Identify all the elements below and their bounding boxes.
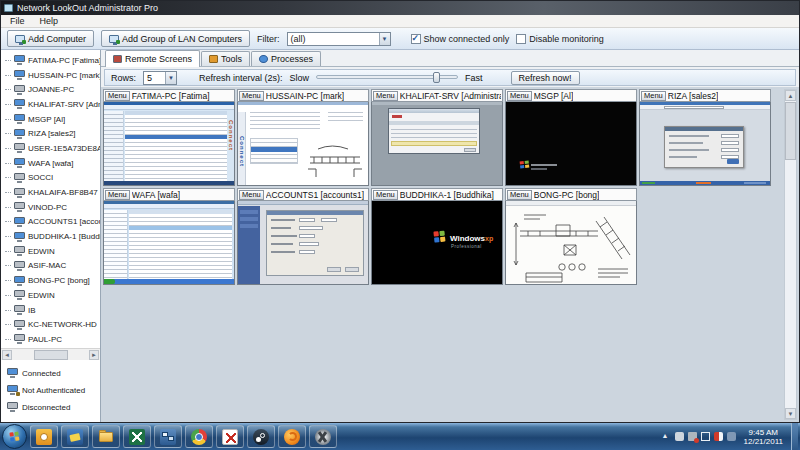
slider-handle[interactable] xyxy=(433,72,440,83)
rows-dropdown[interactable]: 5 ▼ xyxy=(143,71,177,85)
thumbnail-accounts1: Menu ACCOUNTS1 [accounts1] xyxy=(237,188,369,285)
remote-screen-wafa[interactable] xyxy=(103,201,235,285)
thumbnail-menu-button[interactable]: Menu xyxy=(507,190,532,200)
scroll-down-arrow-icon[interactable]: ▼ xyxy=(785,408,796,419)
input-art xyxy=(721,141,739,145)
scrollbar-thumb[interactable] xyxy=(34,350,68,360)
taskbar-clock[interactable]: 9:45 AM 12/21/2011 xyxy=(740,428,787,446)
chrome-icon[interactable] xyxy=(185,425,213,448)
table-header-art xyxy=(389,121,479,125)
refresh-interval-slider[interactable] xyxy=(316,72,458,83)
toolbar-art xyxy=(238,201,368,205)
thumbnail-menu-button[interactable]: Menu xyxy=(239,190,264,200)
thumbnail-menu-button[interactable]: Menu xyxy=(105,190,130,200)
rows-value: 5 xyxy=(147,73,152,83)
sidebar-item-edwin1[interactable]: EDWIN xyxy=(5,244,100,259)
thumbnail-menu-button[interactable]: Menu xyxy=(507,91,532,101)
sidebar-item-bong[interactable]: BONG-PC [bong] xyxy=(5,273,100,288)
thumbnail-title: BUDDHIKA-1 [Buddhika] xyxy=(400,190,494,200)
nav-item-art xyxy=(240,210,258,214)
thumbnail-menu-button[interactable]: Menu xyxy=(105,91,130,101)
sidebar-item-kcnetwork[interactable]: KC-NETWORK-HD xyxy=(5,317,100,332)
scroll-right-arrow-icon[interactable]: ► xyxy=(89,350,99,360)
explorer-folder-icon[interactable] xyxy=(92,425,120,448)
sidebar-item-ib[interactable]: IB xyxy=(5,303,100,318)
tab-remote-screens[interactable]: Remote Screens xyxy=(105,50,200,67)
adobe-reader-icon[interactable] xyxy=(216,425,244,448)
thumbnail-menu-button[interactable]: Menu xyxy=(641,91,666,101)
sidebar-horizontal-scrollbar[interactable]: ◄ ► xyxy=(1,348,100,360)
sidebar-item-asifmac[interactable]: ASIF-MAC xyxy=(5,259,100,274)
filter-dropdown[interactable]: (all) ▼ xyxy=(287,32,391,46)
network-error-icon[interactable] xyxy=(688,432,697,441)
thumbnail-menu-button[interactable]: Menu xyxy=(373,190,398,200)
thumbnail-title: HUSSAIN-PC [mark] xyxy=(266,91,344,101)
label-art xyxy=(669,135,709,137)
remote-screen-accounts1[interactable] xyxy=(237,201,369,285)
scroll-up-arrow-icon[interactable]: ▲ xyxy=(785,90,796,101)
label-art xyxy=(271,227,291,229)
sidebar-item-msgp[interactable]: MSGP [Al] xyxy=(5,112,100,127)
sidebar-item-accounts1[interactable]: ACCOUNTS1 [accounts1] xyxy=(5,215,100,230)
tab-processes[interactable]: Processes xyxy=(251,51,321,66)
refresh-now-button[interactable]: Refresh now! xyxy=(511,71,580,85)
remote-screen-buddhika[interactable]: Windowsxp Professional xyxy=(371,201,503,285)
input-art xyxy=(299,218,315,222)
remote-screen-khalifat[interactable] xyxy=(371,102,503,186)
remote-screen-riza[interactable] xyxy=(639,102,771,186)
thumbnail-menu-button[interactable]: Menu xyxy=(239,91,264,101)
sync-icon[interactable] xyxy=(727,432,736,441)
plug-icon[interactable] xyxy=(675,432,684,441)
sidebar-item-paul[interactable]: PAUL-PC xyxy=(5,332,100,347)
windows-flag-icon xyxy=(520,161,530,170)
outlook-icon[interactable] xyxy=(30,425,58,448)
remote-screen-hussain[interactable]: Connect xyxy=(237,102,369,186)
remote-screen-msgp[interactable] xyxy=(505,102,637,186)
sidebar-item-socci[interactable]: SOCCI xyxy=(5,171,100,186)
clock-time: 9:45 AM xyxy=(744,428,783,437)
thumbnail-header: Menu RIZA [sales2] xyxy=(639,89,771,102)
sidebar-item-khalifat[interactable]: KHALIFAT-SRV [Administrator] xyxy=(5,97,100,112)
sidebar-item-khalaifa[interactable]: KHALAIFA-BF8B47 xyxy=(5,185,100,200)
disconnected-icon xyxy=(7,402,18,412)
remote-screen-fatima[interactable]: Connect xyxy=(103,102,235,186)
steam-icon[interactable] xyxy=(247,425,275,448)
form-dialog-art xyxy=(266,210,364,276)
firefox-icon[interactable] xyxy=(278,425,306,448)
window-icon[interactable] xyxy=(701,432,710,441)
tab-tools[interactable]: Tools xyxy=(201,51,250,66)
nav-panel-art xyxy=(238,206,260,284)
scroll-left-arrow-icon[interactable]: ◄ xyxy=(2,350,12,360)
sidebar-item-riza[interactable]: RIZA [sales2] xyxy=(5,126,100,141)
sidebar-item-buddhika[interactable]: BUDDHIKA-1 [Buddhika] xyxy=(5,229,100,244)
sidebar-item-edwin2[interactable]: EDWIN xyxy=(5,288,100,303)
menu-file[interactable]: File xyxy=(10,16,25,26)
sidebar-item-hussain[interactable]: HUSSAIN-PC [mark] xyxy=(5,68,100,83)
dialog-titlebar-art xyxy=(665,127,743,131)
disable-monitoring-checkbox[interactable] xyxy=(516,34,526,44)
remote-screen-bong[interactable] xyxy=(505,201,637,285)
start-button[interactable] xyxy=(2,424,27,449)
thumbnail-menu-button[interactable]: Menu xyxy=(373,91,398,101)
grid-vertical-scrollbar[interactable]: ▲ ▼ xyxy=(784,89,797,420)
show-connected-checkbox-row[interactable]: Show connected only xyxy=(411,34,510,44)
photo-viewer-icon[interactable] xyxy=(61,425,89,448)
add-group-button[interactable]: Add Group of LAN Computers xyxy=(101,30,250,47)
disable-monitoring-checkbox-row[interactable]: Disable monitoring xyxy=(516,34,604,44)
sidebar-item-wafa[interactable]: WAFA [wafa] xyxy=(5,156,100,171)
remote-viewer-icon[interactable] xyxy=(154,425,182,448)
sidebar-item-user[interactable]: USER-1E5A73DE8A xyxy=(5,141,100,156)
sidebar-item-joanne[interactable]: JOANNE-PC xyxy=(5,82,100,97)
menu-help[interactable]: Help xyxy=(40,16,59,26)
excel-icon[interactable] xyxy=(123,425,151,448)
selected-row-art xyxy=(129,226,232,230)
show-connected-checkbox[interactable] xyxy=(411,34,421,44)
sidebar-item-vinod[interactable]: VINOD-PC xyxy=(5,200,100,215)
pinwheel-app-icon[interactable] xyxy=(309,425,337,448)
sidebar-item-fatima[interactable]: FATIMA-PC [Fatima] xyxy=(5,53,100,68)
add-computer-button[interactable]: Add Computer xyxy=(7,30,94,47)
scrollbar-thumb[interactable] xyxy=(785,102,796,160)
action-center-flag-icon[interactable] xyxy=(714,432,723,441)
tray-expand-arrow-icon[interactable]: ▲ xyxy=(662,432,671,441)
show-desktop-button[interactable] xyxy=(791,423,798,450)
